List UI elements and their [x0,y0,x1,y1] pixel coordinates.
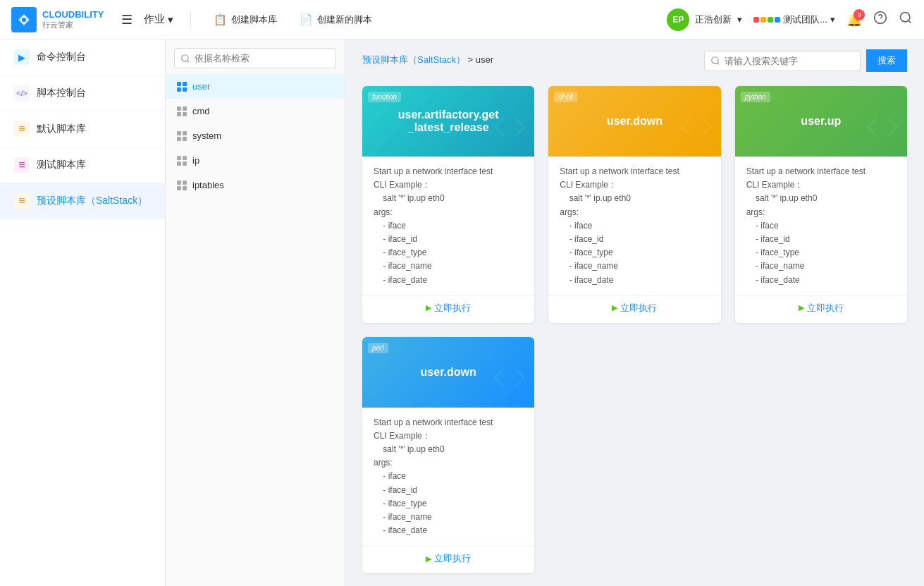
card-header-3: python user.up [735,86,907,157]
card-header-2: shell user.down [548,86,720,157]
folder-label-ip: ip [192,155,199,166]
card-title-3: user.up [794,115,848,128]
card-footer-1: 立即执行 [362,295,534,323]
card-badge-4: perl [368,343,388,353]
create-script-btn[interactable]: 📄 创建新的脚本 [294,11,378,29]
execute-btn-4[interactable]: 立即执行 [426,552,471,565]
help-btn[interactable] [873,11,887,28]
svg-point-1 [22,17,26,21]
card-body-4: Start up a network interface test CLI Ex… [362,408,534,547]
header: CLOUDBILITY 行云管家 ☰ 作业 ▾ 📋 创建脚本库 📄 创建新的脚本… [0,0,924,39]
team-icon [753,17,780,23]
search-btn[interactable] [899,11,913,28]
sidebar-item-cmd-console[interactable]: ▶ 命令控制台 [0,39,165,75]
sidebar-label-preset-lib: 预设脚本库（SaltStack） [37,195,147,207]
folder-label-user: user [192,81,210,92]
card-badge-2: shell [554,92,577,102]
user-chevron-icon: ▾ [737,14,742,25]
user-info[interactable]: EP 正浩创新 ▾ [667,8,742,31]
sidebar-item-preset-lib[interactable]: ≡ 预设脚本库（SaltStack） [0,183,165,219]
test-lib-icon: ≡ [14,157,30,173]
folder-item-iptables[interactable]: iptables [166,173,345,197]
sidebar-label-test-lib: 测试脚本库 [37,159,86,171]
execute-btn-1[interactable]: 立即执行 [426,302,471,315]
grid-icon-system [177,131,187,141]
brand-sub: 行云管家 [42,20,104,30]
brand-name: CLOUDBILITY [42,9,104,20]
script-card-1[interactable]: function user.artifactory.get_latest_rel… [362,86,534,323]
folder-label-cmd: cmd [192,106,210,116]
header-right: EP 正浩创新 ▾ 测试团队... ▾ 🔔 9 [667,8,913,31]
sidebar-label-script-console: 脚本控制台 [37,87,86,99]
sidebar-item-script-console[interactable]: </> 脚本控制台 [0,75,165,111]
keyword-search-input[interactable] [705,51,860,71]
card-badge-3: python [741,92,770,102]
execute-btn-2[interactable]: 立即执行 [612,302,657,315]
card-header-4: perl user.down [362,337,534,408]
logo-text: CLOUDBILITY 行云管家 [42,9,104,30]
search-input-wrapper [704,51,861,71]
sidebar-item-test-lib[interactable]: ≡ 测试脚本库 [0,147,165,183]
chevron-down-icon: ▾ [168,13,173,26]
breadcrumb-current: user [476,54,493,65]
cards-grid: function user.artifactory.get_latest_rel… [345,75,924,586]
svg-point-4 [901,13,910,22]
work-menu[interactable]: 作业 ▾ [144,13,173,26]
grid-icon-cmd [177,106,187,116]
script-icon: 📄 [300,13,313,26]
logo-icon [11,7,37,32]
main-content: 预设脚本库（SaltStack） > user 搜索 function user… [345,39,924,586]
grid-icon [177,82,187,92]
folder-item-user[interactable]: user [166,74,345,99]
card-header-1: function user.artifactory.get_latest_rel… [362,86,534,157]
folder-item-cmd[interactable]: cmd [166,99,345,123]
sidebar-item-default-lib[interactable]: ≡ 默认脚本库 [0,111,165,147]
execute-btn-3[interactable]: 立即执行 [799,302,844,315]
folder-label-system: system [192,130,221,141]
create-library-btn[interactable]: 📋 创建脚本库 [208,11,283,29]
folder-item-ip[interactable]: ip [166,148,345,173]
library-icon: 📋 [214,13,227,26]
hamburger-icon[interactable]: ☰ [121,12,133,28]
card-title-2: user.down [600,115,670,128]
card-badge-1: function [368,92,401,102]
breadcrumb-link[interactable]: 预设脚本库（SaltStack） [362,54,465,65]
script-card-3[interactable]: python user.up Start up a network interf… [735,86,907,323]
team-chevron-icon: ▾ [830,14,835,25]
card-body-2: Start up a network interface test CLI Ex… [548,157,720,295]
script-card-2[interactable]: shell user.down Start up a network inter… [548,86,720,323]
cmd-console-icon: ▶ [14,49,30,65]
card-title-4: user.down [414,366,483,379]
card-body-3: Start up a network interface test CLI Ex… [735,157,907,295]
divider [190,13,191,27]
sidebar-label-cmd-console: 命令控制台 [37,51,86,63]
card-bg-icon-4 [492,360,527,402]
avatar: EP [667,8,689,31]
team-btn[interactable]: 测试团队... ▾ [753,13,835,26]
card-title-1: user.artifactory.get_latest_release [391,109,506,134]
notification-btn[interactable]: 🔔 9 [846,12,862,28]
left-panel: user cmd system ip iptables [166,39,345,586]
work-label: 作业 [144,13,165,26]
folder-item-system[interactable]: system [166,123,345,148]
search-button[interactable]: 搜索 [866,49,907,72]
sidebar: ▶ 命令控制台 </> 脚本控制台 ≡ 默认脚本库 ≡ 测试脚本库 ≡ 预设脚本… [0,39,166,586]
right-search-bar: 搜索 [704,49,907,72]
user-name: 正浩创新 [695,13,732,26]
folder-search-input[interactable] [174,48,336,68]
team-name: 测试团队... [783,13,827,26]
grid-icon-iptables [177,181,187,190]
script-card-4[interactable]: perl user.down Start up a network interf… [362,337,534,574]
logo-area: CLOUDBILITY 行云管家 [11,7,110,32]
notification-badge: 9 [854,9,865,20]
left-panel-search-area [166,39,345,74]
breadcrumb-row: 预设脚本库（SaltStack） > user 搜索 [345,39,924,75]
card-bg-icon-3 [865,109,900,151]
card-footer-2: 立即执行 [548,295,720,323]
layout: ▶ 命令控制台 </> 脚本控制台 ≡ 默认脚本库 ≡ 测试脚本库 ≡ 预设脚本… [0,39,924,586]
preset-lib-icon: ≡ [14,193,30,209]
card-body-1: Start up a network interface test CLI Ex… [362,157,534,295]
sidebar-label-default-lib: 默认脚本库 [37,123,86,135]
grid-icon-ip [177,156,187,166]
card-footer-3: 立即执行 [735,295,907,323]
